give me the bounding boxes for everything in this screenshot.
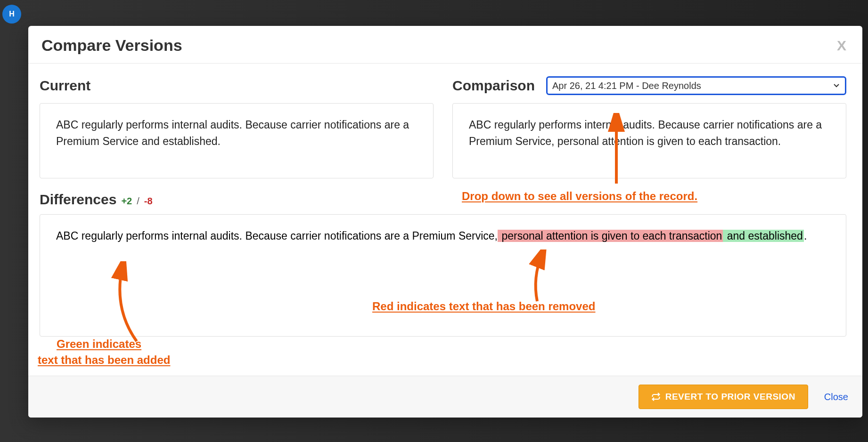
close-icon[interactable]: X	[834, 38, 849, 54]
annotation-green-line1: Green indicates	[57, 337, 141, 352]
revert-icon	[651, 392, 661, 402]
version-select[interactable]: Apr 26, 21 4:21 PM - Dee Reynolds	[546, 76, 846, 95]
comparison-heading: Comparison	[452, 78, 535, 94]
modal-body: Current ABC regularly performs internal …	[28, 64, 862, 376]
diff-removed-text: personal attention is given to each tran…	[498, 230, 723, 242]
diff-added-count: +2	[121, 196, 132, 207]
modal-header: Compare Versions X	[28, 26, 862, 64]
close-link[interactable]: Close	[824, 392, 848, 402]
diff-added-text: and established	[723, 230, 804, 242]
diff-slash: /	[137, 196, 139, 207]
revert-label: REVERT TO PRIOR VERSION	[665, 392, 795, 402]
revert-button[interactable]: REVERT TO PRIOR VERSION	[639, 385, 808, 409]
comparison-text-box: ABC regularly performs internal audits. …	[452, 103, 846, 178]
annotation-green-line2: text that has been added	[38, 353, 170, 368]
current-text: ABC regularly performs internal audits. …	[56, 119, 409, 147]
comparison-text: ABC regularly performs internal audits. …	[469, 119, 822, 147]
modal-footer: REVERT TO PRIOR VERSION Close	[28, 376, 862, 418]
diff-removed-count: -8	[144, 196, 153, 207]
diff-post: .	[804, 230, 807, 242]
diff-pre: ABC regularly performs internal audits. …	[56, 230, 498, 242]
differences-heading: Differences	[40, 192, 116, 208]
current-heading: Current	[40, 78, 90, 94]
modal-title: Compare Versions	[41, 36, 182, 55]
current-text-box: ABC regularly performs internal audits. …	[40, 103, 434, 178]
brand-avatar: H	[2, 5, 21, 24]
compare-versions-modal: Compare Versions X Current ABC regularly…	[28, 26, 862, 418]
diff-box: ABC regularly performs internal audits. …	[40, 214, 846, 337]
